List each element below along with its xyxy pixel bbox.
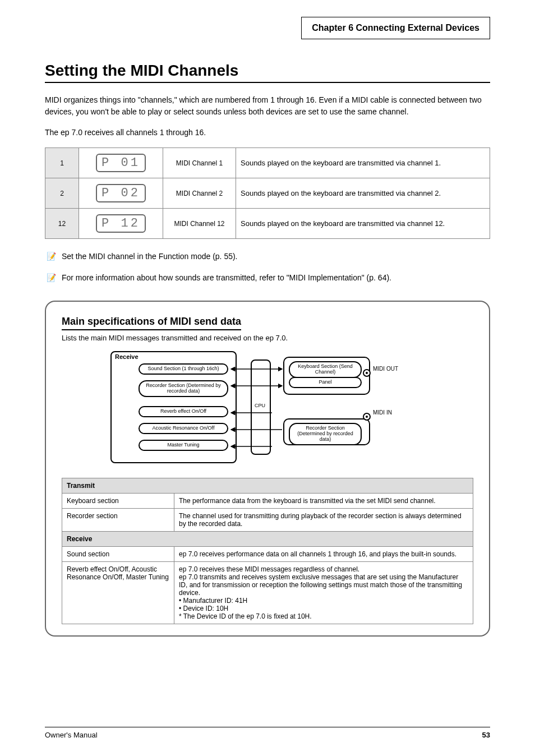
lcd-cell: P 12: [79, 209, 163, 239]
dataflow-card: Main specifications of MIDI send data Li…: [45, 301, 490, 637]
midi-spec-table: Transmit Keyboard section The performanc…: [62, 478, 473, 624]
chapter-header-box: Chapter 6 Connecting External Devices: [301, 17, 490, 39]
rcv-tuning-pill: Master Tuning: [139, 440, 228, 451]
channel-label: MIDI Channel 1: [163, 148, 236, 178]
channel-desc: Sounds played on the keyboard are transm…: [236, 148, 490, 178]
channel-desc: Sounds played on the keyboard are transm…: [236, 178, 490, 209]
send-recorder-pill: Recorder Section (Determined by recorded…: [289, 423, 362, 445]
note-2: 📝 For more information about how sounds …: [45, 271, 490, 284]
note-icon: 📝: [45, 250, 57, 262]
channel-label: MIDI Channel 2: [163, 178, 236, 209]
channel-label: MIDI Channel 12: [163, 209, 236, 239]
tx-desc: The performance data from the keyboard i…: [174, 494, 473, 509]
send-panel-pill: Panel: [289, 377, 362, 388]
rx-desc: ep 7.0 receives performance data on all …: [174, 547, 473, 562]
table-row: Recorder section The channel used for tr…: [62, 509, 473, 532]
midi-in-port-icon: [363, 413, 371, 421]
lcd-display: P 02: [96, 184, 146, 202]
tx-header: Transmit: [62, 478, 473, 494]
page-number: 53: [482, 731, 490, 739]
midi-in-label: MIDI IN: [373, 409, 392, 416]
intro-para-1: MIDI organizes things into "channels," w…: [45, 94, 490, 118]
dataflow-subtitle: Lists the main MIDI messages transmitted…: [62, 334, 473, 342]
cpu-label: CPU: [255, 403, 265, 408]
rx-label: Reverb effect On/Off, Acoustic Resonance…: [62, 562, 174, 624]
send-keyboard-pill: Keyboard Section (Send Channel): [289, 361, 362, 378]
rcv-recorder-pill: Recorder Section (Determined by recorded…: [139, 380, 228, 397]
row-num: 1: [45, 148, 79, 178]
note-1: 📝 Set the MIDI channel in the Function m…: [45, 250, 490, 262]
midi-channel-table: 1 P 01 MIDI Channel 1 Sounds played on t…: [45, 147, 490, 239]
table-row: Keyboard section The performance data fr…: [62, 494, 473, 509]
page-heading: Setting the MIDI Channels: [45, 62, 490, 83]
row-num: 2: [45, 178, 79, 209]
chapter-header-text: Chapter 6 Connecting External Devices: [312, 23, 479, 33]
lcd-display: P 01: [96, 154, 146, 172]
table-row: 1 P 01 MIDI Channel 1 Sounds played on t…: [45, 148, 490, 178]
lcd-display: P 12: [96, 214, 146, 233]
intro-para-2: The ep 7.0 receives all channels 1 throu…: [45, 127, 490, 139]
channel-desc: Sounds played on the keyboard are transm…: [236, 209, 490, 239]
note-text: For more information about how sounds ar…: [62, 273, 391, 282]
rcv-reverb-pill: Reverb effect On/Off: [139, 406, 228, 417]
rx-label: Sound section: [62, 547, 174, 562]
midi-out-label: MIDI OUT: [373, 366, 398, 372]
main-content: Setting the MIDI Channels MIDI organizes…: [45, 62, 490, 637]
dataflow-title: Main specifications of MIDI send data: [62, 316, 241, 330]
table-row: 12 P 12 MIDI Channel 12 Sounds played on…: [45, 209, 490, 239]
rcv-sound-pill: Sound Section (1 through 16ch): [139, 363, 228, 375]
tx-label: Recorder section: [62, 509, 174, 532]
dataflow-diagram: Receive Sound Section (1 through 16ch) R…: [110, 351, 425, 469]
tx-label: Keyboard section: [62, 494, 174, 509]
note-text: Set the MIDI channel in the Function mod…: [62, 252, 238, 261]
rx-header: Receive: [62, 532, 473, 547]
lcd-cell: P 02: [79, 178, 163, 209]
rx-desc: ep 7.0 receives these MIDI messages rega…: [174, 562, 473, 624]
table-row: Sound section ep 7.0 receives performanc…: [62, 547, 473, 562]
note-icon: 📝: [45, 271, 57, 284]
table-row: Reverb effect On/Off, Acoustic Resonance…: [62, 562, 473, 624]
page-footer: Owner's Manual 53: [45, 727, 490, 739]
tx-desc: The channel used for transmitting during…: [174, 509, 473, 532]
row-num: 12: [45, 209, 79, 239]
lcd-cell: P 01: [79, 148, 163, 178]
table-row: 2 P 02 MIDI Channel 2 Sounds played on t…: [45, 178, 490, 209]
receive-block-title: Receive: [115, 353, 139, 360]
rcv-resonance-pill: Acoustic Resonance On/Off: [139, 423, 228, 434]
footer-left-text: Owner's Manual: [45, 731, 98, 739]
midi-out-port-icon: [363, 369, 371, 377]
